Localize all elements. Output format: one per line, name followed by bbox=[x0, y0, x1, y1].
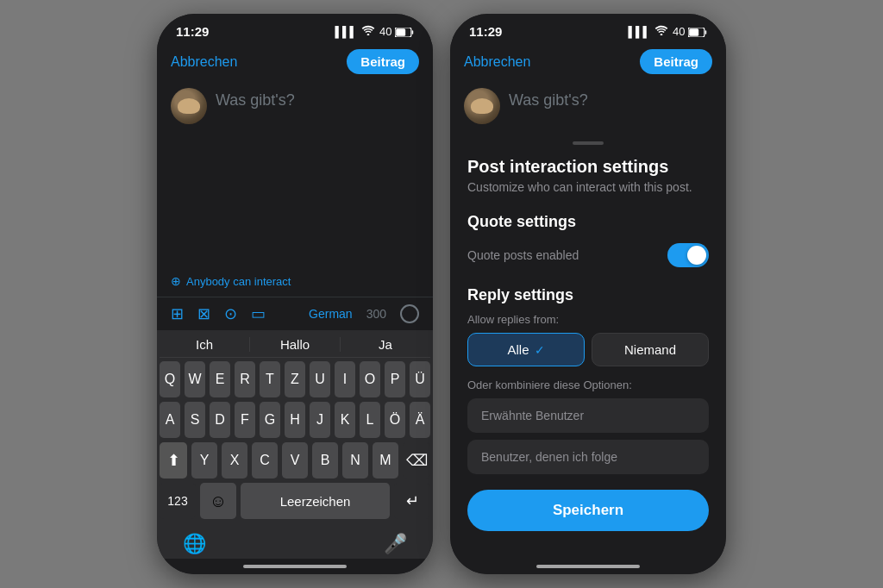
key-l[interactable]: L bbox=[360, 402, 380, 438]
save-button[interactable]: Speichern bbox=[467, 490, 709, 531]
svg-point-0 bbox=[367, 34, 370, 35]
globe-icon[interactable]: 🌐 bbox=[183, 533, 206, 555]
wifi-icon-left bbox=[361, 25, 375, 38]
key-q[interactable]: Q bbox=[160, 361, 180, 397]
emoji-key[interactable]: ☺ bbox=[200, 483, 236, 519]
settings-sheet: Post interaction settings Customize who … bbox=[450, 133, 726, 559]
reply-from-label: Allow replies from: bbox=[450, 311, 726, 333]
toggle-thumb bbox=[687, 246, 706, 265]
language-selector[interactable]: German bbox=[309, 307, 353, 321]
status-bar-right: 11:29 ▌▌▌ 40 bbox=[450, 14, 726, 42]
key-h[interactable]: H bbox=[285, 402, 305, 438]
home-bar-left bbox=[243, 565, 347, 568]
key-a-umlaut[interactable]: Ä bbox=[410, 402, 430, 438]
key-y[interactable]: Y bbox=[191, 442, 217, 479]
time-left: 11:29 bbox=[176, 24, 209, 39]
key-g[interactable]: G bbox=[260, 402, 280, 438]
avatar-right bbox=[464, 88, 500, 124]
key-n[interactable]: N bbox=[342, 442, 368, 479]
key-z[interactable]: Z bbox=[285, 361, 305, 397]
key-u-umlaut[interactable]: Ü bbox=[410, 361, 430, 397]
quote-label: Quote posts enabled bbox=[467, 248, 579, 262]
quote-toggle[interactable] bbox=[667, 243, 709, 267]
key-d[interactable]: D bbox=[210, 402, 230, 438]
toolbar-left: ⊞ ⊠ ⊙ ▭ German 300 bbox=[157, 297, 433, 330]
avatar-left bbox=[171, 88, 207, 124]
delete-key[interactable]: ⌫ bbox=[403, 442, 430, 479]
key-s[interactable]: S bbox=[185, 402, 205, 438]
key-x[interactable]: X bbox=[222, 442, 247, 479]
reply-all-label: Alle bbox=[507, 342, 529, 357]
signal-icon-right: ▌▌▌ bbox=[628, 26, 650, 38]
nav-bar-left: Abbrechen Beitrag bbox=[157, 42, 433, 81]
return-key[interactable]: ↵ bbox=[394, 483, 430, 519]
reply-options: Alle ✓ Niemand bbox=[450, 333, 726, 375]
reply-btn-all[interactable]: Alle ✓ bbox=[467, 333, 585, 366]
key-c[interactable]: C bbox=[252, 442, 278, 479]
key-p[interactable]: P bbox=[385, 361, 405, 397]
quote-setting-row: Quote posts enabled bbox=[450, 238, 726, 279]
sheet-subtitle: Customize who can interact with this pos… bbox=[450, 180, 726, 206]
suggestion-3[interactable]: Ja bbox=[341, 337, 430, 352]
key-f[interactable]: F bbox=[235, 402, 255, 438]
drag-handle[interactable] bbox=[573, 141, 604, 145]
bottom-row: 123 ☺ Leerzeichen ↵ bbox=[160, 483, 430, 519]
key-e[interactable]: E bbox=[210, 361, 230, 397]
combine-option-1[interactable]: Erwähnte Benutzer bbox=[467, 398, 709, 433]
key-o-umlaut[interactable]: Ö bbox=[385, 402, 405, 438]
svg-rect-3 bbox=[412, 30, 414, 34]
gif-icon[interactable]: ▭ bbox=[251, 304, 266, 323]
post-button-left[interactable]: Beitrag bbox=[347, 49, 419, 74]
key-k[interactable]: K bbox=[335, 402, 355, 438]
key-b[interactable]: B bbox=[312, 442, 338, 479]
quote-section-title: Quote settings bbox=[450, 206, 726, 238]
suggestion-1[interactable]: Ich bbox=[160, 337, 250, 352]
key-t[interactable]: T bbox=[260, 361, 280, 397]
suggestions-row: Ich Hallo Ja bbox=[160, 334, 430, 358]
camera-icon[interactable]: ⊙ bbox=[224, 304, 237, 323]
key-v[interactable]: V bbox=[282, 442, 308, 479]
combine-option-2[interactable]: Benutzer, denen ich folge bbox=[467, 440, 709, 474]
suggestion-2[interactable]: Hallo bbox=[250, 337, 341, 352]
key-j[interactable]: J bbox=[310, 402, 330, 438]
status-icons-right: ▌▌▌ 40 bbox=[628, 25, 707, 38]
left-phone: 11:29 ▌▌▌ 40 Abbreche bbox=[157, 14, 433, 574]
key-row-1: Q W E R T Z U I O P Ü bbox=[160, 361, 430, 397]
compose-area-right: Was gibt's? bbox=[450, 81, 726, 133]
cancel-button-left[interactable]: Abbrechen bbox=[171, 54, 237, 70]
home-bar-right bbox=[536, 565, 640, 568]
battery-icon-right: 40 bbox=[673, 25, 707, 38]
space-key[interactable]: Leerzeichen bbox=[241, 483, 390, 519]
home-indicator-left bbox=[157, 559, 433, 574]
key-u[interactable]: U bbox=[310, 361, 330, 397]
key-w[interactable]: W bbox=[185, 361, 205, 397]
svg-rect-7 bbox=[705, 30, 707, 34]
interact-icon-left: ⊕ bbox=[171, 274, 181, 288]
mic-icon[interactable]: 🎤 bbox=[384, 533, 407, 555]
post-button-right[interactable]: Beitrag bbox=[640, 49, 712, 74]
key-row-3: ⬆ Y X C V B N M ⌫ bbox=[160, 442, 430, 479]
status-bar-left: 11:29 ▌▌▌ 40 bbox=[157, 14, 433, 42]
key-i[interactable]: I bbox=[335, 361, 355, 397]
grid-icon[interactable]: ⊠ bbox=[197, 304, 210, 323]
key-m[interactable]: M bbox=[373, 442, 398, 479]
compose-area-left: Was gibt's? bbox=[157, 81, 433, 269]
time-right: 11:29 bbox=[469, 24, 502, 39]
keyboard-left: Ich Hallo Ja Q W E R T Z U I O P Ü A S D… bbox=[157, 330, 433, 529]
compose-placeholder-left[interactable]: Was gibt's? bbox=[216, 91, 295, 109]
compose-placeholder-right[interactable]: Was gibt's? bbox=[509, 91, 588, 109]
cancel-button-right[interactable]: Abbrechen bbox=[464, 54, 530, 70]
media-icon[interactable]: ⊞ bbox=[171, 304, 184, 323]
key-r[interactable]: R bbox=[235, 361, 255, 397]
key-a[interactable]: A bbox=[160, 402, 180, 438]
reply-btn-nobody[interactable]: Niemand bbox=[592, 333, 709, 366]
key-o[interactable]: O bbox=[360, 361, 380, 397]
shift-key[interactable]: ⬆ bbox=[160, 442, 187, 479]
status-icons-left: ▌▌▌ 40 bbox=[335, 25, 414, 38]
key-123[interactable]: 123 bbox=[160, 483, 196, 519]
sheet-title: Post interaction settings bbox=[450, 150, 726, 180]
battery-icon-left: 40 bbox=[379, 25, 414, 38]
combine-label: Oder kombiniere diese Optionen: bbox=[450, 375, 726, 398]
avatar-image-left bbox=[171, 88, 207, 124]
interact-row-left[interactable]: ⊕ Anybody can interact bbox=[157, 269, 433, 297]
